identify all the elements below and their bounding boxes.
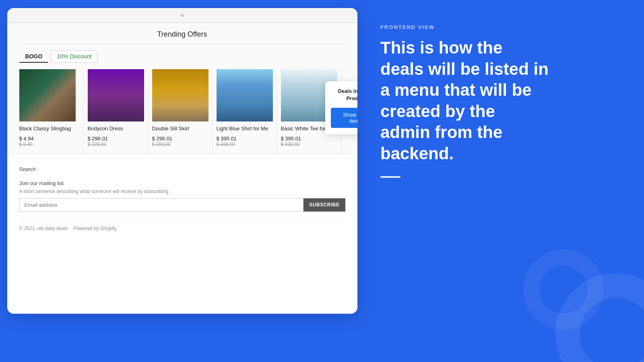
browser-area: Trending Offers BOGO 10% Discount Black … bbox=[0, 0, 364, 362]
product-name: Light Blue Shirt for Me bbox=[217, 125, 272, 132]
product-original-price: $ 328.90 bbox=[88, 142, 144, 147]
trending-title: Trending Offers bbox=[19, 30, 345, 45]
trending-section: Trending Offers BOGO 10% Discount Black … bbox=[7, 23, 357, 154]
product-price: $ 4.94 bbox=[19, 136, 79, 142]
product-name: Bodycon Dress bbox=[88, 125, 144, 132]
product-original-price: $ 438.90 bbox=[217, 142, 272, 147]
footer-search-label: Search bbox=[19, 166, 345, 172]
circle-decoration-2 bbox=[523, 249, 604, 330]
footer-bottom: © 2021, wk-daily-deals Powered by Shopif… bbox=[19, 220, 345, 231]
frontend-view-label: FRONTEND VIEW bbox=[380, 24, 620, 30]
browser-chrome bbox=[7, 8, 357, 23]
products-row: Black Classy Slingbag $ 4.94 $ 5.49 Body… bbox=[19, 69, 345, 154]
product-card: Double Slit Skirt $ 296.01 $ 350.00 bbox=[148, 69, 213, 154]
product-card: Bodycon Dress $ 296.01 $ 328.90 bbox=[84, 69, 148, 154]
product-card: Black Classy Slingbag $ 4.94 $ 5.49 bbox=[19, 69, 84, 154]
product-price: $ 395.01 bbox=[217, 136, 272, 142]
product-price: $ 296.01 bbox=[88, 136, 144, 142]
product-image bbox=[19, 69, 76, 121]
product-original-price: $ 438.90 bbox=[281, 142, 337, 147]
right-panel: FRONTEND VIEW This is how the deals will… bbox=[364, 0, 644, 362]
powered-by-text: Powered by Shopify bbox=[73, 226, 116, 231]
tab-discount[interactable]: 10% Discount bbox=[51, 50, 97, 63]
product-price: $ 395.01 bbox=[281, 136, 337, 142]
subscribe-button[interactable]: SUBSCRIBE bbox=[303, 198, 345, 212]
email-input[interactable] bbox=[19, 198, 304, 212]
deals-card: Deals in Brand Product Show more deals! bbox=[325, 81, 357, 134]
page-content: Trending Offers BOGO 10% Discount Black … bbox=[7, 23, 357, 239]
browser-dot bbox=[181, 14, 184, 17]
tab-bogo[interactable]: BOGO bbox=[19, 50, 49, 63]
product-image bbox=[152, 69, 208, 121]
footer-mailing-desc: A short sentence describing what someone… bbox=[19, 189, 345, 194]
footer-mailing: Join our mailing list A short sentence d… bbox=[19, 180, 345, 212]
tabs-row: BOGO 10% Discount bbox=[19, 50, 345, 63]
product-original-price: $ 350.00 bbox=[152, 142, 208, 147]
product-image bbox=[217, 69, 273, 121]
copyright-text: © 2021, wk-daily-deals bbox=[19, 226, 68, 231]
product-original-price: $ 5.49 bbox=[19, 142, 79, 147]
product-image bbox=[88, 69, 144, 121]
deals-card-title: Deals in Brand Product bbox=[331, 88, 357, 102]
product-name: Black Classy Slingbag bbox=[19, 125, 79, 132]
footer: Search Join our mailing list A short sen… bbox=[7, 154, 357, 239]
show-more-deals-button[interactable]: Show more deals! bbox=[331, 108, 357, 128]
product-name: Double Slit Skirt bbox=[152, 125, 208, 132]
footer-mailing-title: Join our mailing list bbox=[19, 180, 345, 186]
product-card: Light Blue Shirt for Me $ 395.01 $ 438.9… bbox=[213, 69, 277, 154]
product-price: $ 296.01 bbox=[152, 136, 208, 142]
browser-window: Trending Offers BOGO 10% Discount Black … bbox=[7, 8, 357, 314]
underline-decoration bbox=[380, 176, 400, 178]
email-row: SUBSCRIBE bbox=[19, 198, 345, 212]
main-headline: This is how the deals will be listed in … bbox=[380, 37, 549, 164]
